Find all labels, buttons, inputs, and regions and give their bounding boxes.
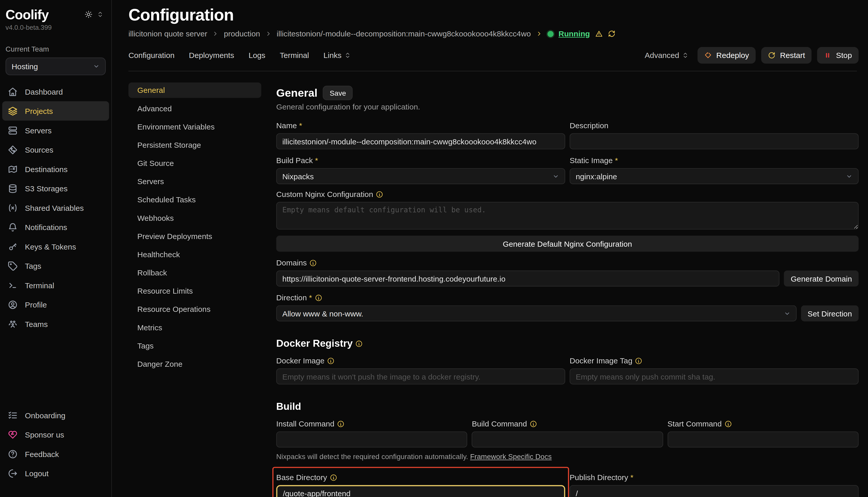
main-area: Configuration illicitonion quote server … [112, 0, 868, 497]
generate-domain-button[interactable]: Generate Domain [784, 271, 858, 287]
set-direction-button[interactable]: Set Direction [801, 306, 859, 322]
required-asterisk: * [615, 156, 618, 165]
advanced-dropdown[interactable]: Advanced [645, 51, 689, 60]
sidebar-item-keys-tokens[interactable]: Keys & Tokens [2, 237, 109, 256]
sidebar-item-feedback[interactable]: Feedback [2, 444, 109, 464]
bell-icon [8, 222, 18, 232]
save-button[interactable]: Save [323, 86, 353, 100]
config-nav-environment-variables[interactable]: Environment Variables [128, 119, 261, 134]
docker-registry-title: Docker Registry [276, 338, 858, 350]
toolbar-actions: Advanced Redeploy Restart Stop [645, 47, 858, 63]
section-description: General configuration for your applicati… [276, 102, 858, 111]
install-command-input[interactable] [276, 431, 467, 448]
config-nav-webhooks[interactable]: Webhooks [128, 210, 261, 226]
config-nav-git-source[interactable]: Git Source [128, 155, 261, 171]
start-command-label: Start Command [667, 419, 858, 428]
config-nav-healthcheck[interactable]: Healthcheck [128, 247, 261, 262]
build-pack-select[interactable]: Nixpacks [276, 168, 565, 184]
logout-icon [8, 468, 18, 478]
chevron-right-icon [536, 30, 542, 37]
sidebar-item-logout[interactable]: Logout [2, 464, 109, 483]
build-pack-label: Build Pack* [276, 156, 565, 165]
refresh-icon[interactable] [608, 30, 616, 38]
sidebar-item-dashboard[interactable]: Dashboard [2, 82, 109, 101]
config-nav-danger-zone[interactable]: Danger Zone [128, 356, 261, 372]
sidebar-item-projects[interactable]: Projects [2, 101, 109, 120]
theme-toggle-icon[interactable] [85, 11, 92, 18]
chevrons-up-down-icon[interactable] [97, 11, 104, 18]
config-nav-persistent-storage[interactable]: Persistent Storage [128, 137, 261, 153]
sidebar-item-sources[interactable]: Sources [2, 140, 109, 159]
sidebar-item-destinations[interactable]: Destinations [2, 159, 109, 179]
config-nav-tags[interactable]: Tags [128, 338, 261, 353]
build-command-input[interactable] [472, 431, 663, 448]
build-command-field-group: Build Command [472, 419, 663, 448]
tab-logs[interactable]: Logs [248, 51, 265, 60]
sidebar-item-notifications[interactable]: Notifications [2, 217, 109, 237]
tab-links[interactable]: Links [323, 51, 351, 60]
domains-input[interactable] [276, 271, 780, 287]
publish-directory-field-group: Publish Directory* [569, 473, 858, 497]
description-input[interactable] [569, 133, 858, 150]
user-circle-icon [8, 300, 18, 310]
team-select[interactable]: Hosting [6, 57, 106, 75]
config-nav-preview-deployments[interactable]: Preview Deployments [128, 228, 261, 244]
config-nav-rollback[interactable]: Rollback [128, 265, 261, 280]
domains-field-group: Domains Generate Domain [276, 258, 858, 286]
content: General Advanced Environment Variables P… [112, 71, 868, 497]
publish-directory-input[interactable] [569, 485, 858, 497]
breadcrumb-project[interactable]: illicitonion quote server [128, 29, 207, 38]
sidebar-item-sponsor-us[interactable]: Sponsor us [2, 425, 109, 444]
sidebar-item-s3-storages[interactable]: S3 Storages [2, 179, 109, 198]
status-running-link[interactable]: Running [559, 29, 590, 38]
config-nav-advanced[interactable]: Advanced [128, 101, 261, 116]
sidebar-item-teams[interactable]: Teams [2, 314, 109, 333]
name-field-group: Name* [276, 121, 565, 149]
sidebar-item-profile[interactable]: Profile [2, 295, 109, 314]
base-directory-cell: Base Directory [276, 473, 565, 497]
direction-field-group: Direction* Allow www & non-www. Set Dire… [276, 293, 858, 321]
sidebar-item-servers[interactable]: Servers [2, 120, 109, 140]
framework-docs-link[interactable]: Framework Specific Docs [470, 452, 552, 460]
docker-image-tag-input[interactable] [569, 368, 858, 384]
info-icon [376, 190, 383, 198]
generate-nginx-button[interactable]: Generate Default Nginx Configuration [276, 236, 858, 252]
key-icon [8, 241, 18, 251]
static-image-select[interactable]: nginx:alpine [569, 168, 858, 184]
direction-select[interactable]: Allow www & non-www. [276, 306, 796, 322]
config-nav-resource-operations[interactable]: Resource Operations [128, 302, 261, 317]
custom-nginx-textarea[interactable] [276, 202, 858, 229]
config-nav-metrics[interactable]: Metrics [128, 320, 261, 335]
sidebar-item-shared-variables[interactable]: Shared Variables [2, 198, 109, 217]
docker-image-input[interactable] [276, 368, 565, 384]
sidebar-item-terminal[interactable]: Terminal [2, 275, 109, 295]
sidebar-item-onboarding[interactable]: Onboarding [2, 406, 109, 425]
section-title: General [276, 87, 317, 100]
tab-configuration[interactable]: Configuration [128, 51, 175, 60]
start-command-input[interactable] [667, 431, 858, 448]
config-nav-scheduled-tasks[interactable]: Scheduled Tasks [128, 192, 261, 207]
name-input[interactable] [276, 133, 565, 150]
config-nav-general[interactable]: General [128, 82, 261, 98]
tab-terminal[interactable]: Terminal [280, 51, 309, 60]
build-pack-field-group: Build Pack* Nixpacks [276, 156, 565, 184]
alert-triangle-icon[interactable] [595, 30, 603, 38]
description-field-group: Description [569, 121, 858, 149]
sidebar-item-tags[interactable]: Tags [2, 256, 109, 275]
config-nav-resource-limits[interactable]: Resource Limits [128, 283, 261, 299]
chevrons-up-down-icon [344, 52, 351, 59]
restart-button[interactable]: Restart [761, 47, 812, 63]
config-nav-servers[interactable]: Servers [128, 174, 261, 189]
heart-icon [8, 429, 18, 440]
info-icon [330, 474, 337, 481]
breadcrumb-environment[interactable]: production [224, 29, 260, 38]
base-directory-input[interactable] [276, 485, 565, 497]
build-command-label: Build Command [472, 419, 663, 428]
base-directory-label: Base Directory [276, 473, 565, 482]
sidebar-nav: Dashboard Projects Servers Sources Desti… [0, 82, 111, 333]
stop-button[interactable]: Stop [817, 47, 858, 63]
redeploy-button[interactable]: Redeploy [697, 47, 756, 63]
static-image-field-group: Static Image* nginx:alpine [569, 156, 858, 184]
tab-deployments[interactable]: Deployments [189, 51, 234, 60]
breadcrumb-resource[interactable]: illicitestonion/-module--decomposition:m… [277, 29, 531, 38]
